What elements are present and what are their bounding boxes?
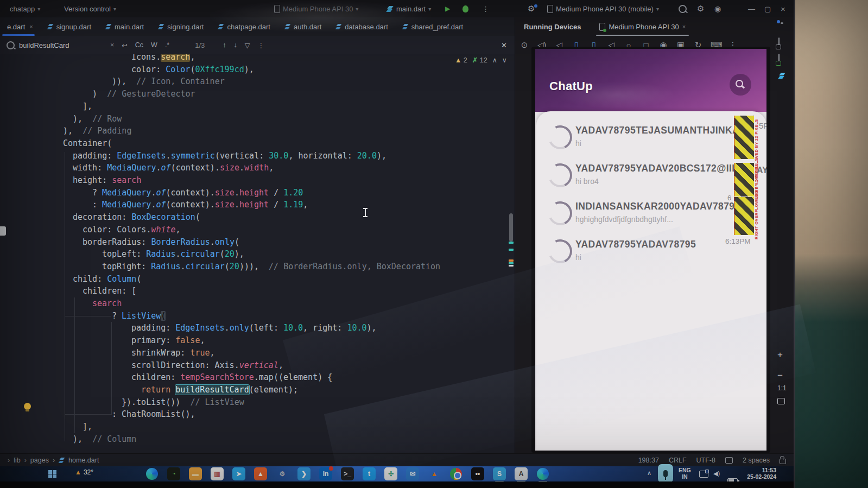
telegram-icon[interactable]: ➤ bbox=[232, 467, 245, 480]
ide-status-bar: ›lib ›pages › home.dart 198:37 CRLF UTF-… bbox=[0, 453, 794, 467]
tray-expand-chevron[interactable]: ∧ bbox=[647, 470, 651, 477]
actual-size-button[interactable]: 1:1 bbox=[777, 384, 787, 392]
chat-list-item[interactable]: YADAV78795TEJASUMANTHJINKA1hi bbox=[536, 121, 766, 157]
tab-main.dart[interactable]: main.dart bbox=[98, 18, 151, 36]
close-search-icon[interactable]: ✕ bbox=[501, 41, 507, 49]
twitter-icon[interactable]: t bbox=[363, 467, 376, 480]
phone-screen[interactable]: ChatUp YADAV78795TEJASUMANTHJINKA1hiYADA… bbox=[535, 49, 766, 451]
project-menu[interactable]: chatapp▾ bbox=[10, 0, 40, 17]
clock-widget[interactable]: 11:5325-02-2024 bbox=[743, 467, 776, 480]
caret-position[interactable]: 198:37 bbox=[638, 457, 659, 464]
close-tab-icon[interactable]: × bbox=[29, 23, 33, 30]
clear-search-icon[interactable]: × bbox=[110, 41, 114, 49]
editor-scrollbar[interactable] bbox=[508, 54, 515, 453]
running-device-button[interactable] bbox=[778, 54, 780, 64]
minimize-icon: — bbox=[748, 5, 755, 13]
run-button[interactable]: ▶ bbox=[445, 0, 450, 17]
settings-gear-icon[interactable]: ⚙ bbox=[276, 467, 289, 480]
prev-problem-button[interactable]: ∧ bbox=[492, 56, 497, 64]
regex-toggle[interactable]: .* bbox=[165, 41, 169, 49]
capture-pill-icon[interactable]: •• bbox=[471, 467, 484, 480]
match-case-toggle[interactable]: Cc bbox=[135, 41, 143, 49]
scrollbar-thumb[interactable] bbox=[509, 213, 513, 242]
vcs-menu[interactable]: Version control▾ bbox=[64, 0, 116, 17]
match-counter: 1/3 bbox=[195, 41, 205, 49]
device-selector[interactable]: Medium Phone API 30 (mobile)▾ bbox=[547, 0, 659, 17]
tab-e.dart[interactable]: e.dart× bbox=[0, 18, 40, 36]
ide-settings-button[interactable]: ⚙ bbox=[697, 0, 704, 17]
vscode-icon[interactable]: ❯ bbox=[297, 467, 311, 480]
microphone-button[interactable] bbox=[658, 464, 673, 483]
editor-config-icon[interactable] bbox=[725, 457, 733, 464]
sync-button[interactable]: ⚙ bbox=[528, 0, 537, 17]
previous-match-button[interactable]: ↑ bbox=[223, 41, 226, 49]
file-encoding[interactable]: UTF-8 bbox=[696, 457, 715, 464]
close-button[interactable]: × bbox=[781, 0, 785, 17]
run-more-button[interactable]: ⋮ bbox=[482, 0, 489, 17]
next-match-button[interactable]: ↓ bbox=[234, 41, 237, 49]
android-studio-icon[interactable]: A bbox=[515, 467, 528, 480]
account-button[interactable]: ◉ bbox=[714, 0, 721, 17]
slack-icon[interactable]: ✣ bbox=[384, 467, 397, 480]
brave-icon[interactable]: ▲ bbox=[254, 467, 267, 480]
flutter-tool-button[interactable] bbox=[778, 72, 785, 81]
tab-database.dart[interactable]: database.dart bbox=[328, 18, 395, 36]
skype-icon[interactable]: S bbox=[493, 467, 506, 480]
linkedin-icon[interactable]: in bbox=[319, 467, 332, 480]
tab-label: chatpage.dart bbox=[227, 23, 270, 31]
speaker-icon[interactable]: ◀) bbox=[713, 470, 720, 477]
inspections-widget[interactable]: ▲ 2 ✗ 12 ∧ ∨ bbox=[455, 56, 507, 64]
start-button[interactable] bbox=[46, 467, 59, 480]
zoom-in-button[interactable]: + bbox=[777, 350, 783, 360]
chat-list-item[interactable]: INDIANSANSKAR2000YADAV78795hghighgfdvdfj… bbox=[536, 197, 766, 233]
search-everywhere-button[interactable] bbox=[679, 0, 687, 17]
search-more-icon[interactable]: ⋮ bbox=[257, 41, 264, 49]
unlock-icon[interactable] bbox=[780, 459, 786, 464]
debug-button[interactable] bbox=[462, 0, 468, 17]
device-indicator-dim: Medium Phone API 30▾ bbox=[274, 0, 358, 17]
tab-signing.dart[interactable]: signing.dart bbox=[151, 18, 211, 36]
power-icon[interactable]: ⊙ bbox=[519, 40, 529, 50]
minimize-button[interactable]: — bbox=[748, 0, 755, 17]
terminal-icon[interactable]: >_ bbox=[341, 467, 354, 480]
folder-icon[interactable]: ▬ bbox=[189, 467, 202, 480]
device-stack-running-icon bbox=[778, 54, 780, 64]
device-tab[interactable]: Medium Phone API 30 × bbox=[595, 18, 690, 36]
edge-browser-icon[interactable] bbox=[145, 467, 159, 480]
maximize-button[interactable]: ▢ bbox=[764, 0, 771, 17]
clock-app-icon[interactable]: ◔ bbox=[167, 467, 180, 480]
device-mirroring-button[interactable] bbox=[778, 38, 780, 47]
typo-icon: ✗ bbox=[472, 56, 478, 64]
phone-icon bbox=[274, 5, 280, 13]
code-editor[interactable]: Icons.search,color: Color(0Xffc199cd),))… bbox=[0, 54, 515, 453]
intention-bulb-icon[interactable] bbox=[24, 403, 31, 410]
app-search-button[interactable] bbox=[730, 74, 751, 96]
undo-icon[interactable]: ↩ bbox=[122, 41, 127, 49]
line-ending[interactable]: CRLF bbox=[669, 457, 687, 464]
gear-icon: ⚙ bbox=[697, 4, 704, 14]
whole-words-toggle[interactable]: W bbox=[151, 41, 157, 49]
chat-list-item[interactable]: YADAV78795YADAV20BCS172@IIITKhi bro4 bbox=[536, 159, 766, 195]
fit-to-window-button[interactable] bbox=[777, 396, 785, 407]
tab-chatpage.dart[interactable]: chatpage.dart bbox=[211, 18, 277, 36]
tab-auth.dart[interactable]: auth.dart bbox=[277, 18, 328, 36]
language-indicator[interactable]: ENGIN bbox=[679, 467, 691, 480]
search-input[interactable]: buildResultCard bbox=[19, 41, 100, 49]
indent-setting[interactable]: 2 spaces bbox=[743, 457, 770, 464]
tab-signup.dart[interactable]: signup.dart bbox=[40, 18, 98, 36]
mail-icon[interactable]: ✉ bbox=[406, 467, 419, 480]
breadcrumb[interactable]: ›lib ›pages › home.dart bbox=[8, 457, 99, 464]
run-config-selector[interactable]: main.dart▾ bbox=[387, 0, 431, 17]
next-problem-button[interactable]: ∨ bbox=[502, 56, 507, 64]
tab-shared_pref.dart[interactable]: shared_pref.dart bbox=[395, 18, 470, 36]
network-icon[interactable] bbox=[699, 471, 708, 478]
weather-widget[interactable]: ▲32° bbox=[75, 468, 93, 476]
store-icon[interactable]: ▥ bbox=[211, 467, 224, 480]
zoom-out-button[interactable]: − bbox=[777, 370, 783, 381]
edge-icon[interactable] bbox=[536, 467, 549, 480]
close-device-tab-icon[interactable]: × bbox=[682, 23, 686, 30]
chrome-icon[interactable] bbox=[449, 467, 462, 480]
filter-icon[interactable]: ▽ bbox=[245, 41, 250, 49]
vlc-icon[interactable]: ▲ bbox=[428, 467, 441, 480]
code-line: height: search bbox=[0, 174, 515, 187]
